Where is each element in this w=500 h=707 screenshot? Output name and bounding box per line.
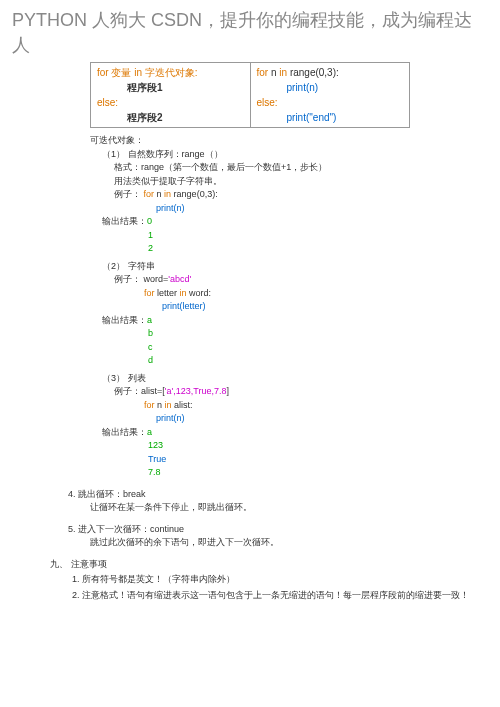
- syntax-template-col: for 变量 in 字迭代对象: 程序段1 else: 程序段2: [91, 63, 251, 127]
- out-123: 123: [148, 439, 480, 453]
- for-kw: for: [144, 189, 155, 199]
- ex-label: 例子：: [114, 189, 141, 199]
- for-kw: for: [144, 288, 155, 298]
- alist-iter: alist:: [174, 400, 193, 410]
- out-b: b: [148, 327, 480, 341]
- item-break: 4. 跳出循环：break: [68, 488, 480, 502]
- break-desc: 让循环在某一条件下停止，即跳出循环。: [90, 501, 480, 515]
- section-string: （2） 字符串: [102, 260, 480, 274]
- alist-items: 'a',123,True,7.8: [165, 386, 227, 396]
- section-9-header: 九、 注意事项: [50, 558, 480, 572]
- out-a: a: [147, 315, 152, 325]
- section-range: （1） 自然数序列：range（）: [102, 148, 480, 162]
- for-template: for 变量 in 字迭代对象:: [97, 67, 198, 78]
- segment2-label: 程序段2: [127, 110, 244, 125]
- word-assign: word=: [144, 274, 169, 284]
- alist-l: alist=[: [141, 386, 165, 396]
- out-0: 0: [147, 216, 152, 226]
- in-kw: in: [164, 189, 171, 199]
- out-d: d: [148, 354, 480, 368]
- range03: range(0,3):: [174, 189, 218, 199]
- output-label: 输出结果：: [102, 216, 147, 226]
- for-kw: for: [257, 67, 269, 78]
- alist-r: ]: [226, 386, 229, 396]
- ex-label: 例子：: [114, 274, 141, 284]
- output-label: 输出结果：: [102, 427, 147, 437]
- in-kw: in: [165, 400, 172, 410]
- in-kw: in: [279, 67, 287, 78]
- ex-label: 例子：: [114, 386, 141, 396]
- range-format: 格式：range（第一个数值，最后一个数值+1，步长）: [114, 161, 480, 175]
- section-list: （3） 列表: [102, 372, 480, 386]
- note-1: 1. 所有符号都是英文！（字符串内除外）: [72, 573, 480, 587]
- syntax-example-col: for n in range(0,3): print(n) else: prin…: [251, 63, 410, 127]
- note-2: 2. 注意格式！语句有缩进表示这一语句包含于上一条无缩进的语句！每一层程序段前的…: [72, 589, 480, 603]
- n-var: n: [157, 400, 162, 410]
- var-n: n: [271, 67, 277, 78]
- continue-desc: 跳过此次循环的余下语句，即进入下一次循环。: [90, 536, 480, 550]
- segment1-label: 程序段1: [127, 80, 244, 95]
- iterable-header: 可迭代对象：: [90, 134, 480, 148]
- range-usage: 用法类似于提取子字符串。: [114, 175, 480, 189]
- print-n: print(n): [156, 203, 185, 213]
- page-title: PYTHON 人狗大 CSDN，提升你的编程技能，成为编程达人: [0, 0, 500, 62]
- out-2: 2: [148, 242, 480, 256]
- print-n: print(n): [287, 82, 319, 93]
- else-kw2: else:: [257, 97, 278, 108]
- print-n: print(n): [156, 413, 185, 423]
- out-1: 1: [148, 229, 480, 243]
- out-a: a: [147, 427, 152, 437]
- print-letter: print(letter): [162, 301, 206, 311]
- n-var: n: [157, 189, 162, 199]
- letter-var: letter: [157, 288, 177, 298]
- in-kw: in: [180, 288, 187, 298]
- out-true: True: [148, 453, 480, 467]
- output-label: 输出结果：: [102, 315, 147, 325]
- range-call: range(0,3):: [290, 67, 339, 78]
- word-iter: word:: [189, 288, 211, 298]
- print-end: print("end"): [287, 112, 337, 123]
- syntax-table: for 变量 in 字迭代对象: 程序段1 else: 程序段2 for n i…: [90, 62, 410, 128]
- for-kw: for: [144, 400, 155, 410]
- out-c: c: [148, 341, 480, 355]
- out-78: 7.8: [148, 466, 480, 480]
- else-kw: else:: [97, 97, 118, 108]
- word-value: 'abcd': [168, 274, 191, 284]
- item-continue: 5. 进入下一次循环：continue: [68, 523, 480, 537]
- main-content: 可迭代对象： （1） 自然数序列：range（） 格式：range（第一个数值，…: [0, 134, 500, 602]
